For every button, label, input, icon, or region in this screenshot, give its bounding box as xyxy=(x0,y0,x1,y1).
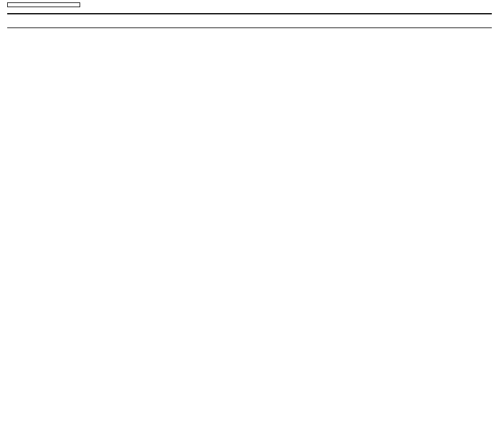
section-divider xyxy=(7,13,492,14)
standard-deduction-sidebar xyxy=(7,2,80,7)
page2-divider xyxy=(7,28,492,28)
